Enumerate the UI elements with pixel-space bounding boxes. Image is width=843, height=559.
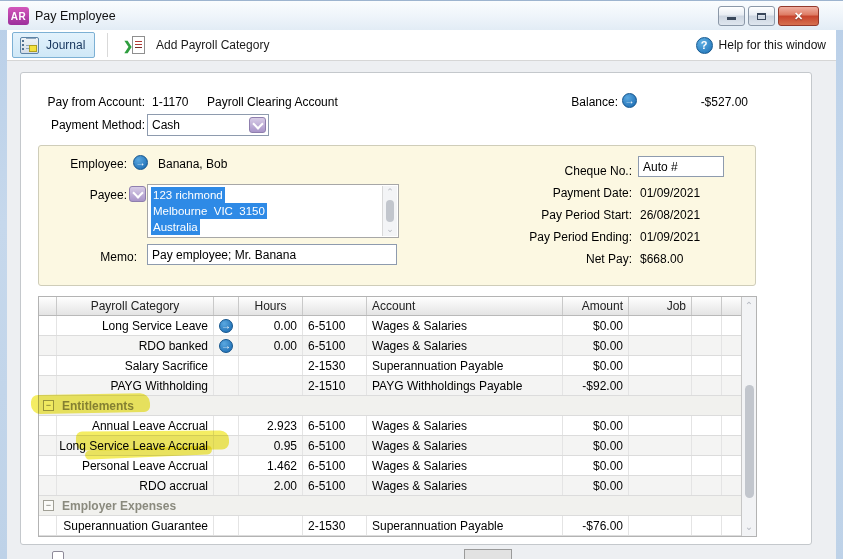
cheque-no-input[interactable] (638, 156, 724, 177)
cell-hours[interactable] (239, 376, 303, 395)
row-selector-cell (39, 336, 57, 355)
payment-date-value[interactable]: 01/09/2021 (640, 186, 700, 200)
collapse-minus-icon[interactable]: − (43, 500, 54, 511)
cell-hours[interactable] (239, 516, 303, 535)
cell-amount[interactable]: $0.00 (563, 416, 629, 435)
cell-hours[interactable]: 2.00 (239, 476, 303, 495)
cell-hours[interactable]: 0.00 (239, 316, 303, 335)
cell-detail-arrow (214, 456, 239, 475)
cell-account-name[interactable]: Superannuation Payable (367, 356, 563, 375)
employee-detail-arrow-icon[interactable]: → (133, 155, 148, 170)
cell-account-number[interactable]: 2-1510 (303, 376, 367, 395)
cell-amount[interactable]: -$76.00 (563, 516, 629, 535)
add-payroll-category-button[interactable]: ❯ Add Payroll Category (115, 32, 277, 58)
cell-job[interactable] (629, 436, 692, 455)
cell-filler (722, 376, 741, 395)
cell-detail-arrow (214, 376, 239, 395)
row-detail-arrow-icon[interactable]: → (219, 339, 233, 353)
cell-amount[interactable]: $0.00 (563, 316, 629, 335)
cell-job[interactable] (629, 416, 692, 435)
table-scrollbar-thumb[interactable] (745, 385, 754, 498)
balance-detail-arrow-icon[interactable]: → (622, 93, 637, 108)
pay-from-account-number: 1-1170 (152, 95, 188, 109)
cell-amount[interactable]: $0.00 (563, 436, 629, 455)
cell-extra (692, 516, 722, 535)
bottom-checkbox-partial[interactable] (52, 551, 64, 559)
scroll-down-icon[interactable]: ⌄ (742, 522, 756, 532)
chevron-down-icon[interactable] (249, 117, 266, 133)
cell-account-number[interactable]: 6-5100 (303, 476, 367, 495)
balance-value: -$527.00 (655, 95, 748, 109)
header-hours: Hours (239, 297, 303, 315)
journal-button[interactable]: Journal (12, 32, 95, 58)
cell-account-number[interactable]: 6-5100 (303, 316, 367, 335)
cell-hours[interactable]: 2.923 (239, 416, 303, 435)
cell-account-number[interactable]: 6-5100 (303, 416, 367, 435)
cell-hours[interactable]: 0.95 (239, 436, 303, 455)
cell-account-name[interactable]: PAYG Withholdings Payable (367, 376, 563, 395)
payment-method-select[interactable]: Cash (147, 114, 269, 136)
group-row: −Employer Expenses (39, 496, 741, 516)
add-payroll-category-label: Add Payroll Category (156, 38, 269, 52)
payee-textarea[interactable]: 123 richmond Melbourne VIC 3150 Australi… (147, 184, 399, 238)
cell-job[interactable] (629, 516, 692, 535)
cell-amount[interactable]: $0.00 (563, 356, 629, 375)
cell-amount[interactable]: $0.00 (563, 456, 629, 475)
cell-account-name[interactable]: Wages & Salaries (367, 316, 563, 335)
cell-job[interactable] (629, 376, 692, 395)
cell-extra (692, 456, 722, 475)
close-button[interactable]: ✕ (778, 6, 819, 26)
cell-hours[interactable]: 0.00 (239, 336, 303, 355)
cell-account-name[interactable]: Wages & Salaries (367, 336, 563, 355)
pay-period-start-value[interactable]: 26/08/2021 (640, 208, 700, 222)
cell-amount[interactable]: $0.00 (563, 476, 629, 495)
row-detail-arrow-icon[interactable]: → (219, 319, 233, 333)
payee-scrollbar[interactable]: ⌃ ⌄ (382, 186, 397, 236)
cell-hours[interactable] (239, 356, 303, 375)
pay-period-ending-value[interactable]: 01/09/2021 (640, 230, 700, 244)
scroll-up-icon[interactable]: ⌃ (383, 188, 397, 197)
cell-account-name[interactable]: Wages & Salaries (367, 476, 563, 495)
cell-job[interactable] (629, 476, 692, 495)
scroll-down-icon[interactable]: ⌄ (383, 225, 397, 234)
cell-filler (722, 476, 741, 495)
cell-job[interactable] (629, 356, 692, 375)
maximize-button[interactable] (748, 6, 775, 26)
payee-address-line: Australia (151, 219, 200, 235)
payroll-table: Payroll Category Hours Account Amount Jo… (38, 296, 757, 537)
cell-account-name[interactable]: Wages & Salaries (367, 436, 563, 455)
net-pay-value: $668.00 (640, 252, 683, 266)
cell-account-number[interactable]: 6-5100 (303, 436, 367, 455)
memo-input[interactable] (147, 244, 397, 265)
cell-job[interactable] (629, 336, 692, 355)
cell-extra (692, 356, 722, 375)
table-scrollbar[interactable]: ⌃ ⌄ (741, 297, 756, 536)
row-selector-cell (39, 476, 57, 495)
table-row: Long Service Leave→0.006-5100Wages & Sal… (39, 316, 741, 336)
cell-filler (722, 416, 741, 435)
cell-account-number[interactable]: 6-5100 (303, 336, 367, 355)
help-button[interactable]: ? Help for this window (696, 33, 826, 57)
cell-payroll-category: Salary Sacrifice (57, 356, 214, 375)
cell-account-number[interactable]: 2-1530 (303, 356, 367, 375)
table-row: PAYG Withholding2-1510PAYG Withholdings … (39, 376, 741, 396)
payee-scrollbar-thumb[interactable] (386, 200, 394, 222)
cell-hours[interactable]: 1.462 (239, 456, 303, 475)
cell-amount[interactable]: -$92.00 (563, 376, 629, 395)
cell-account-name[interactable]: Wages & Salaries (367, 456, 563, 475)
employee-panel: Employee: → Banana, Bob Payee: 123 richm… (38, 145, 756, 286)
cell-amount[interactable]: $0.00 (563, 336, 629, 355)
cell-account-name[interactable]: Superannuation Payable (367, 516, 563, 535)
cell-extra (692, 316, 722, 335)
row-selector-cell (39, 456, 57, 475)
payee-dropdown-icon[interactable] (129, 186, 146, 202)
cell-job[interactable] (629, 456, 692, 475)
scroll-up-icon[interactable]: ⌃ (742, 301, 756, 311)
cell-account-name[interactable]: Wages & Salaries (367, 416, 563, 435)
cell-account-number[interactable]: 6-5100 (303, 456, 367, 475)
cell-account-number[interactable]: 2-1530 (303, 516, 367, 535)
cell-payroll-category: Superannuation Guarantee (57, 516, 214, 535)
title-bar: AR Pay Employee ✕ (0, 0, 843, 30)
cell-job[interactable] (629, 316, 692, 335)
minimize-button[interactable] (718, 6, 745, 26)
